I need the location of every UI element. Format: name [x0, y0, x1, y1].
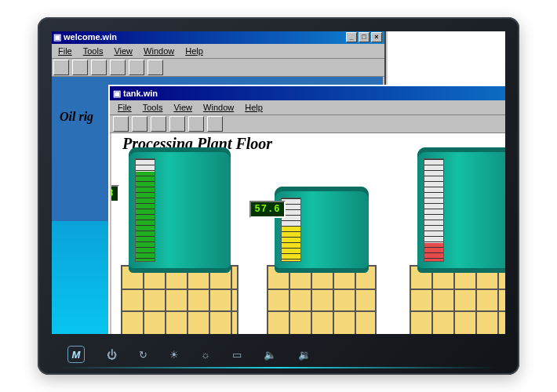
- tool-button[interactable]: [53, 60, 69, 75]
- titlebar-tank[interactable]: ▣ tank.win _ □ ×: [110, 86, 505, 100]
- tool-button[interactable]: [113, 116, 129, 132]
- monitor-bezel: ▣ welcome.win _ □ × File Tools View Wind…: [38, 17, 519, 375]
- tank-stand: [267, 265, 377, 334]
- tool-button[interactable]: [129, 60, 144, 75]
- toolbar-welcome: [52, 58, 384, 77]
- titlebar-icon: ▣: [113, 89, 123, 99]
- tank-body: [275, 187, 369, 273]
- titlebar-text: welcome.win: [64, 32, 117, 42]
- power-icon[interactable]: ⏻: [107, 349, 117, 361]
- accent-line: [61, 367, 496, 368]
- menubar-tank: File Tools View Window Help: [110, 100, 505, 114]
- readout-value: 91.8: [111, 188, 114, 199]
- menu-window[interactable]: Window: [198, 102, 238, 113]
- screen-area: ▣ welcome.win _ □ × File Tools View Wind…: [52, 31, 505, 334]
- menu-view[interactable]: View: [169, 102, 197, 113]
- menu-tools[interactable]: Tools: [138, 102, 168, 113]
- tool-button[interactable]: [151, 116, 166, 132]
- tool-button[interactable]: [91, 60, 107, 75]
- menubar-welcome: File Tools View Window Help: [52, 44, 384, 58]
- volume-down-icon[interactable]: 🔈: [264, 349, 276, 361]
- tool-button[interactable]: [110, 60, 126, 75]
- menu-file[interactable]: File: [113, 102, 137, 113]
- tool-button[interactable]: [188, 116, 204, 132]
- close-button[interactable]: ×: [371, 32, 382, 42]
- window-tank: ▣ tank.win _ □ × File Tools View Window …: [108, 85, 505, 334]
- tank-stand: [410, 265, 505, 334]
- titlebar-text: tank.win: [123, 89, 158, 98]
- gauge-ticks: [424, 159, 443, 261]
- toolbar-tank: [110, 114, 505, 133]
- brightness-down-icon[interactable]: ☀: [169, 349, 179, 361]
- level-gauge: [424, 158, 444, 262]
- level-gauge: [135, 158, 155, 262]
- tool-button[interactable]: [72, 60, 88, 75]
- brand-logo: M: [67, 346, 85, 363]
- readout-value: 57.6: [255, 204, 281, 215]
- bezel-controls: M ⏻ ↻ ☀ ☼ ▭ 🔈 🔉: [38, 334, 519, 375]
- menu-file[interactable]: File: [53, 45, 77, 56]
- gauge-ticks: [136, 159, 155, 261]
- tank-stand: [121, 265, 238, 334]
- titlebar-welcome[interactable]: ▣ welcome.win _ □ ×: [52, 31, 384, 44]
- tool-button[interactable]: [207, 116, 223, 132]
- menu-icon[interactable]: ▭: [232, 349, 242, 361]
- readout-tank2: 57.6: [249, 201, 286, 218]
- menu-help[interactable]: Help: [180, 45, 208, 56]
- brightness-up-icon[interactable]: ☼: [201, 349, 210, 361]
- readout-tank1: 91.8: [111, 185, 119, 202]
- menu-help[interactable]: Help: [240, 102, 268, 113]
- reset-icon[interactable]: ↻: [139, 349, 147, 361]
- volume-up-icon[interactable]: 🔉: [298, 349, 311, 361]
- tool-button[interactable]: [132, 116, 147, 132]
- titlebar-icon: ▣: [53, 32, 64, 42]
- menu-tools[interactable]: Tools: [78, 45, 108, 56]
- menu-window[interactable]: Window: [139, 45, 179, 56]
- maximize-button[interactable]: □: [359, 32, 370, 42]
- client-tank: Processing Plant Floor 91.8: [111, 133, 505, 334]
- menu-view[interactable]: View: [109, 45, 137, 56]
- oil-rig-label: Oil rig: [60, 110, 93, 124]
- tank-body: [417, 147, 505, 273]
- tank-body: [129, 147, 231, 273]
- tool-button[interactable]: [169, 116, 185, 132]
- minimize-button[interactable]: _: [346, 32, 357, 42]
- tool-button[interactable]: [147, 60, 163, 75]
